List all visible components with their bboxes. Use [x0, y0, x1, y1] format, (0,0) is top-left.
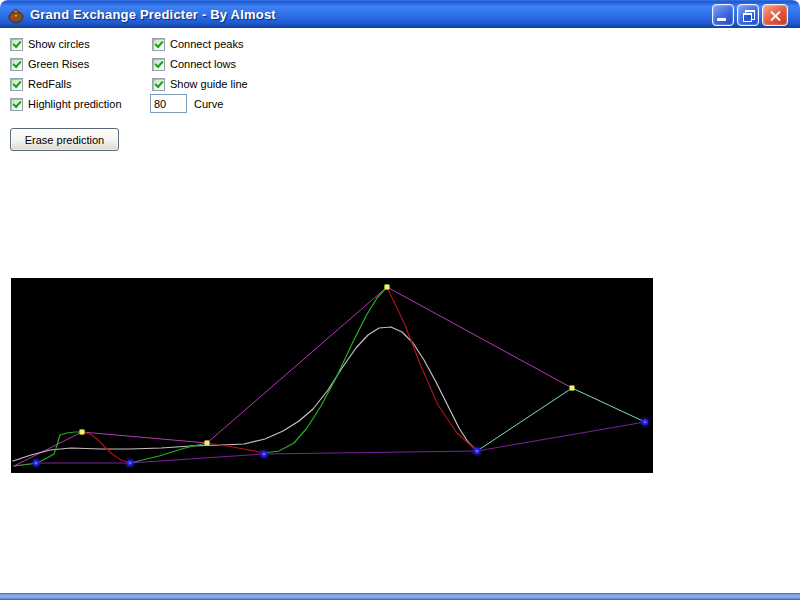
window-title: Grand Exchange Predicter - By Almost	[30, 7, 276, 22]
curve-input[interactable]	[150, 94, 187, 113]
checkbox-highlight-prediction[interactable]: Highlight prediction	[10, 97, 122, 111]
checkbox-connect-lows[interactable]: Connect lows	[152, 57, 236, 71]
checkbox-label: Show circles	[28, 38, 90, 50]
restore-icon	[743, 10, 753, 19]
chart-canvas[interactable]	[11, 278, 653, 473]
checkbox-box	[10, 38, 23, 51]
checkbox-box	[152, 78, 165, 91]
window-bottom-border	[0, 593, 800, 600]
maximize-button[interactable]	[737, 4, 759, 26]
chart-svg	[11, 278, 653, 473]
curve-label: Curve	[194, 98, 223, 110]
checkbox-box	[152, 38, 165, 51]
checkbox-label: Green Rises	[28, 58, 89, 70]
checkbox-label: Show guide line	[170, 78, 248, 90]
checkbox-show-guide-line[interactable]: Show guide line	[152, 77, 248, 91]
app-window: Grand Exchange Predicter - By Almost Sho…	[0, 0, 800, 600]
app-icon	[7, 6, 24, 23]
checkbox-box	[10, 58, 23, 71]
checkbox-box	[10, 78, 23, 91]
minimize-button[interactable]	[712, 4, 734, 26]
erase-prediction-button[interactable]: Erase prediction	[10, 128, 119, 151]
title-bar[interactable]: Grand Exchange Predicter - By Almost	[0, 0, 800, 28]
minimize-icon	[717, 18, 726, 21]
checkbox-connect-peaks[interactable]: Connect peaks	[152, 37, 243, 51]
checkbox-label: Connect peaks	[170, 38, 243, 50]
checkbox-red-falls[interactable]: RedFalls	[10, 77, 71, 91]
checkbox-box	[152, 58, 165, 71]
checkbox-box	[10, 98, 23, 111]
close-button[interactable]	[762, 4, 788, 26]
checkbox-label: Connect lows	[170, 58, 236, 70]
checkbox-label: RedFalls	[28, 78, 71, 90]
checkbox-label: Highlight prediction	[28, 98, 122, 110]
checkbox-green-rises[interactable]: Green Rises	[10, 57, 89, 71]
close-icon	[769, 15, 782, 17]
checkbox-show-circles[interactable]: Show circles	[10, 37, 90, 51]
